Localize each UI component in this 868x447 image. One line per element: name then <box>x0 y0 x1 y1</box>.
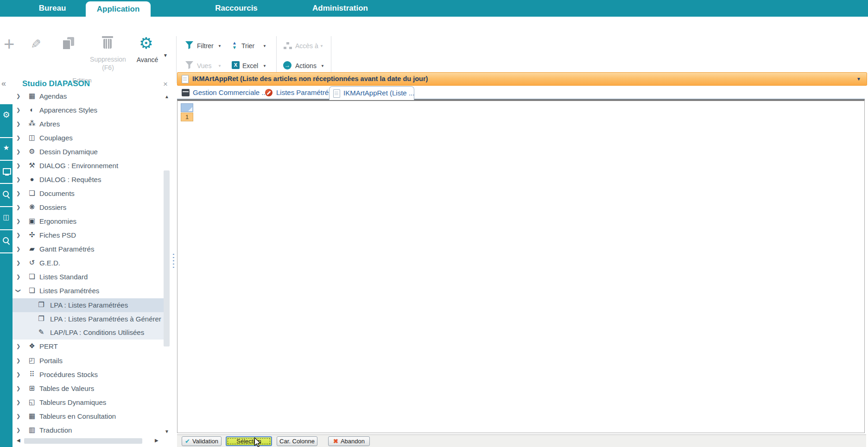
chevron-right-icon[interactable]: ❯ <box>16 163 20 169</box>
tree-item-apparences-styles[interactable]: ❯◐Apparences Styles <box>13 103 164 117</box>
copy-icon <box>62 37 74 50</box>
filter-caret-icon[interactable]: ▼ <box>218 44 222 48</box>
menu-application[interactable]: Application <box>86 1 151 18</box>
excel-caret-icon[interactable]: ▼ <box>263 64 266 68</box>
car-colonne-button[interactable]: Car. Colonne <box>277 436 317 446</box>
excel-label[interactable]: Excel <box>242 62 258 69</box>
sort-caret-icon[interactable]: ▼ <box>263 44 266 48</box>
chevron-right-icon[interactable]: ❯ <box>16 246 20 252</box>
tree-scroll-left-icon[interactable]: ◀ <box>17 438 20 443</box>
grid-row-header[interactable]: 1 <box>181 113 193 121</box>
actions-label[interactable]: Actions <box>295 62 317 69</box>
x-icon: ✖ <box>333 438 338 445</box>
tree-item-label: LAP/LPA : Conditions Utilisées <box>50 328 144 336</box>
menu-bureau[interactable]: Bureau <box>29 0 76 17</box>
tree-scroll-down-icon[interactable]: ▼ <box>165 429 169 434</box>
tab-gestion-commerciale[interactable]: Gestion Commerciale ... <box>179 86 260 99</box>
tree-item-lpa-listes-parametrees[interactable]: ❐LPA : Listes Paramétrées <box>13 298 164 312</box>
tab-listes-parame-tre-es[interactable]: Listes Paramétrées <box>262 86 327 99</box>
sidebar-collapse-icon[interactable]: « <box>1 79 6 88</box>
filter-label[interactable]: Filtrer <box>197 42 214 50</box>
tree-item-lpa-listes-a-generer[interactable]: ❐LPA : Listes Paramétrées à Générer <box>13 312 164 326</box>
tree-item-dialog-environnement[interactable]: ❯⚒DIALOG : Environnement <box>13 159 164 173</box>
tree-item-tables-de-valeurs[interactable]: ❯⊞Tables de Valeurs <box>13 382 164 396</box>
chevron-right-icon[interactable]: ❯ <box>16 427 20 433</box>
se-lection-button[interactable]: Sélection <box>226 436 272 446</box>
chevron-right-icon[interactable]: ❯ <box>16 218 20 224</box>
sort-label[interactable]: Trier <box>241 42 254 50</box>
tree-item-listes-parametrees[interactable]: ❯❏Listes Paramétrées <box>13 284 164 298</box>
tree-item-pert[interactable]: ❯❖PERT <box>13 340 164 353</box>
tree-item-dialog-requetes[interactable]: ❯●DIALOG : Requêtes <box>13 173 164 187</box>
tree-scroll-right-icon[interactable]: ▶ <box>155 438 158 443</box>
tree-item-agendas[interactable]: ❯▦Agendas <box>13 91 164 103</box>
split-view-icon[interactable]: ◫ <box>0 213 13 221</box>
tree-scroll-up-icon[interactable]: ▲ <box>165 94 169 99</box>
tree-item-ged[interactable]: ❯↺G.E.D. <box>13 256 164 270</box>
chevron-right-icon[interactable]: ❯ <box>16 385 20 391</box>
gear-icon[interactable]: ⚙ <box>0 110 13 120</box>
chevron-right-icon[interactable]: ❯ <box>16 121 20 127</box>
tree-item-ergonomies[interactable]: ❯▣Ergonomies <box>13 214 164 228</box>
banner-dropdown-icon[interactable]: ▼ <box>856 76 861 82</box>
chevron-right-icon[interactable]: ❯ <box>16 274 20 280</box>
chevron-down-icon[interactable]: ❯ <box>15 289 21 293</box>
menu-raccourcis[interactable]: Raccourcis <box>208 0 265 17</box>
star-icon[interactable]: ★ <box>0 144 13 152</box>
chevron-right-icon[interactable]: ❯ <box>16 93 20 99</box>
document-banner[interactable]: IKMArtAppRet (Liste des articles non réc… <box>177 72 867 86</box>
tree-item-listes-standard[interactable]: ❯❏Listes Standard <box>13 270 164 284</box>
chevron-right-icon[interactable]: ❯ <box>16 232 20 238</box>
tree-hscrollbar-thumb[interactable] <box>24 438 142 444</box>
advanced-label[interactable]: Avancé <box>130 56 165 63</box>
chevron-right-icon[interactable]: ❯ <box>16 399 20 405</box>
search-icon[interactable] <box>3 191 9 197</box>
tree-item-traduction[interactable]: ❯▥Traduction <box>13 423 164 437</box>
chevron-right-icon[interactable]: ❯ <box>16 371 20 378</box>
filter-icon[interactable] <box>185 41 193 49</box>
archive-icon <box>182 89 190 96</box>
chevron-right-icon[interactable]: ❯ <box>16 413 20 419</box>
chevron-right-icon[interactable]: ❯ <box>16 204 20 210</box>
tree-item-tableurs-en-consultation[interactable]: ❯▦Tableurs en Consultation <box>13 409 164 423</box>
chevron-right-icon[interactable]: ❯ <box>16 149 20 155</box>
tree-item-label: G.E.D. <box>39 259 60 267</box>
tree-item-dossiers[interactable]: ❯❋Dossiers <box>13 201 164 214</box>
tree-item-couplages[interactable]: ❯◫Couplages <box>13 131 164 145</box>
advanced-caret-icon[interactable]: ▼ <box>163 53 168 58</box>
sort-icon[interactable]: ▲▼ <box>232 41 238 50</box>
chevron-right-icon[interactable]: ❯ <box>16 190 20 196</box>
monitor-icon[interactable] <box>3 168 11 175</box>
tree-item-lap-lpa-conditions[interactable]: ✎LAP/LPA : Conditions Utilisées <box>13 326 164 340</box>
tree-item-fiches-psd[interactable]: ❯✣Fiches PSD <box>13 228 164 242</box>
abandon-button[interactable]: ✖Abandon <box>328 436 370 446</box>
app-window: BureauApplicationRaccourcisAdministratio… <box>0 0 868 447</box>
tree-item-arbres[interactable]: ❯⁂Arbres <box>13 117 164 131</box>
chevron-right-icon[interactable]: ❯ <box>16 107 20 113</box>
chevron-right-icon[interactable]: ❯ <box>16 260 20 266</box>
validation-button[interactable]: ✔Validation <box>182 436 222 446</box>
blocked-icon <box>265 89 272 96</box>
tree-item-dessin-dynamique[interactable]: ❯⚙Dessin Dynamique <box>13 145 164 159</box>
sidebar-close-icon[interactable]: × <box>163 80 168 89</box>
tab-ikmartappret-liste[interactable]: IKMArtAppRet (Liste ... <box>329 86 414 100</box>
sidebar-splitter[interactable] <box>173 254 174 269</box>
excel-icon[interactable]: X <box>232 61 240 69</box>
tree-scrollbar-thumb[interactable] <box>164 170 170 346</box>
chevron-right-icon[interactable]: ❯ <box>16 343 20 349</box>
tree-item-procedures-stocks[interactable]: ❯⠿Procédures Stocks <box>13 368 164 382</box>
chevron-right-icon[interactable]: ❯ <box>16 358 20 364</box>
search-document-icon[interactable] <box>3 237 9 243</box>
tree-item-documents[interactable]: ❯❏Documents <box>13 187 164 201</box>
chevron-right-icon[interactable]: ❯ <box>16 135 20 141</box>
actions-icon[interactable]: → <box>283 61 291 69</box>
gantt-icon: ▰ <box>27 245 37 253</box>
tree-item-tableurs-dynamiques[interactable]: ❯◱Tableurs Dynamiques <box>13 396 164 409</box>
actions-caret-icon[interactable]: ▼ <box>321 64 324 68</box>
document-content[interactable]: 1 <box>177 99 865 433</box>
chevron-right-icon[interactable]: ❯ <box>16 176 20 183</box>
menu-administration[interactable]: Administration <box>301 0 379 17</box>
grid-select-all-corner[interactable] <box>181 103 193 112</box>
tree-item-gantt-parametres[interactable]: ❯▰Gantt Paramétrés <box>13 242 164 256</box>
tree-item-portails[interactable]: ❯◰Portails <box>13 354 164 368</box>
